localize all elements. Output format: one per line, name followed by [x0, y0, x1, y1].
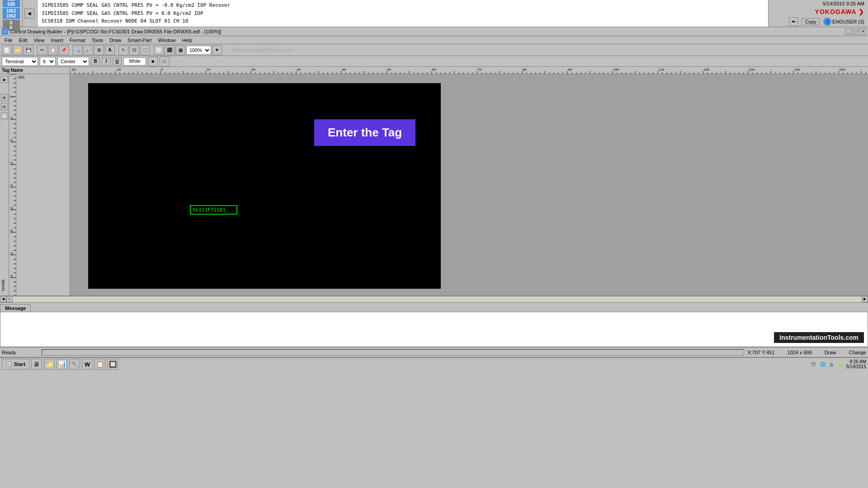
alarm-line-3: SCS0318 IOM Channel Recover NODE 04 SLOT…	[42, 17, 764, 25]
cut-button[interactable]: ✂	[37, 45, 47, 55]
format-toolbar: Terminal 6 Center B I U White ■ □	[0, 56, 868, 67]
taskbar-network-icon: 🌐	[819, 361, 826, 368]
menu-format[interactable]: Format	[67, 37, 88, 43]
window-controls: _ □ ✕	[845, 28, 866, 35]
taskbar-icon-tools[interactable]: 🔧	[69, 359, 80, 370]
yokogawa-brand: YOKOGAWA ❯	[815, 8, 864, 15]
taskbar-right: 🛡 🌐 🔊 🔋 9:26 AM 5/14/2015	[810, 359, 867, 369]
sidebar-icon-3[interactable]: ⊟	[1, 103, 8, 110]
align-select[interactable]: Center	[57, 57, 89, 66]
taskbar-icon-clipboard[interactable]: 📋	[94, 359, 105, 370]
start-button[interactable]: 🪟 Start	[2, 359, 29, 370]
enter-tag-button[interactable]: Enter the Tag	[314, 119, 415, 146]
vertical-ruler	[9, 74, 16, 296]
message-content: InstrumentationTools.com	[0, 312, 868, 347]
instrumentation-watermark: InstrumentationTools.com	[774, 332, 864, 343]
color-btn-1[interactable]: ■	[148, 56, 158, 66]
horizontal-scrollbar[interactable]: ◀ ▪ ▶	[0, 296, 868, 302]
zoom-dropdown-button[interactable]: ▼	[212, 45, 222, 55]
menu-bar: File Edit View Insert Format Tools Draw …	[0, 36, 868, 44]
tool2-button[interactable]: ⊡	[129, 45, 139, 55]
menu-help[interactable]: Help	[179, 37, 195, 43]
scroll-thumb[interactable]: ▪	[6, 296, 13, 302]
message-tab-item[interactable]: Message	[0, 304, 31, 312]
status-badge-2: 1062 1062	[3, 8, 20, 19]
toolbar-btn-b[interactable]: ⬛	[165, 45, 175, 55]
zoom-select[interactable]: 100% 75% 50% 150%	[186, 46, 211, 55]
taskbar-speaker-icon: 🔊	[828, 361, 835, 368]
menu-insert[interactable]: Insert	[48, 37, 66, 43]
minimize-button[interactable]: _	[845, 28, 852, 35]
taskbar-battery-icon: 🔋	[837, 361, 844, 368]
sidebar-icon-2[interactable]: ⊞	[1, 94, 8, 101]
sidebar-icon-4[interactable]: 📋	[1, 112, 8, 119]
top-bar: 938 938 1062 1062 0 0 ◀ 31PDI3505 COMP S…	[0, 0, 868, 27]
nav-arrow-icon[interactable]: ◀	[24, 9, 34, 19]
toolbar-btn-c[interactable]: ▦	[175, 45, 185, 55]
menu-tools[interactable]: Tools	[89, 37, 106, 43]
size-select[interactable]: 6	[40, 57, 56, 66]
tag-name-header: Tag Name	[0, 67, 70, 74]
tool3-button[interactable]: ⬚	[140, 45, 150, 55]
scroll-left-button[interactable]: ◀	[0, 296, 6, 302]
menu-edit[interactable]: Edit	[16, 37, 30, 43]
start-label: Start	[14, 361, 25, 367]
left-panel: ▶ ⊞ ⊟ 📋 NAME 001	[0, 74, 70, 296]
font-select[interactable]: Terminal	[2, 57, 38, 66]
nav-icon[interactable]: ⬅	[789, 17, 798, 26]
sidebar-icon-1[interactable]: ▶	[1, 76, 8, 83]
toolbar-btn-a[interactable]: ⬜	[154, 45, 164, 55]
taskbar-icon-monitor[interactable]: 🖥	[31, 359, 42, 370]
message-tabs: Message	[0, 303, 868, 312]
user-label: ENGUSER (3)	[832, 19, 864, 24]
taskbar-icon-box[interactable]: 🔲	[107, 359, 118, 370]
zoom-in-button[interactable]: 🔍	[72, 45, 82, 55]
status-ready: Ready	[2, 350, 38, 355]
menu-window[interactable]: Window	[155, 37, 178, 43]
paste-button[interactable]: 📌	[59, 45, 69, 55]
underline-button[interactable]: U	[113, 57, 122, 66]
taskbar-icon-folder[interactable]: 📁	[44, 359, 55, 370]
ruler-row: Tag Name	[0, 67, 868, 74]
open-button[interactable]: 📁	[13, 45, 23, 55]
taskbar-clock: 9:26 AM 5/14/2015	[846, 359, 867, 369]
message-panel: Message InstrumentationTools.com	[0, 302, 868, 347]
menu-file[interactable]: File	[2, 37, 15, 43]
copy-button[interactable]: Copy	[802, 18, 820, 25]
tool1-button[interactable]: ↖	[118, 45, 128, 55]
save-button[interactable]: 💾	[24, 45, 33, 55]
bold-button[interactable]: B	[91, 57, 100, 66]
copy-tool-button[interactable]: 📋	[48, 45, 58, 55]
datetime-display: 5/14/2015 9:26 AM	[823, 1, 864, 6]
taskbar-icon-word[interactable]: W	[82, 359, 93, 370]
user-avatar: 👤	[823, 18, 831, 26]
taskbar-icon-chart[interactable]: 📊	[57, 359, 67, 370]
scroll-right-button[interactable]: ▶	[862, 296, 868, 302]
menu-draw[interactable]: Draw	[107, 37, 124, 43]
drawing-canvas: Enter the Tag	[88, 83, 441, 289]
main-toolbar: 📄 📁 💾 ✂ 📋 📌 🔍 🔎 ⊞ A ↖ ⊡ ⬚ ⬜ ⬛ ▦ 100% 75%…	[0, 44, 868, 56]
toolbar-watermark: InstrumentationTools.com	[232, 47, 294, 53]
menu-smart-part[interactable]: Smart-Part	[125, 37, 154, 43]
main-area: ▶ ⊞ ⊟ 📋 NAME 001 Enter the Tag	[0, 74, 868, 296]
top-right-panel: 5/14/2015 9:26 AM YOKOGAWA ❯ ⬅ Copy 👤 EN…	[769, 0, 868, 27]
maximize-button[interactable]: □	[853, 28, 859, 35]
status-change: Change	[849, 350, 866, 355]
user-info: 👤 ENGUSER (3)	[823, 18, 864, 26]
color-btn-2[interactable]: □	[160, 56, 170, 66]
text-tool-button[interactable]: A	[105, 45, 115, 55]
menu-view[interactable]: View	[31, 37, 47, 43]
zoom-fit-button[interactable]: ⊞	[94, 45, 104, 55]
clock-date: 5/14/2015	[846, 364, 867, 369]
status-coordinates: X:707 Y:451	[748, 350, 775, 355]
italic-button[interactable]: I	[102, 57, 111, 66]
name-label: NAME	[1, 279, 5, 291]
zoom-out-button[interactable]: 🔎	[83, 45, 93, 55]
color-selector[interactable]: White	[123, 57, 146, 66]
taskbar-shield-icon: 🛡	[810, 361, 817, 368]
tag-input-field[interactable]	[190, 205, 237, 215]
status-draw: Draw	[825, 350, 836, 355]
close-button[interactable]: ✕	[860, 28, 866, 35]
canvas-area: Enter the Tag	[70, 74, 868, 296]
new-button[interactable]: 📄	[2, 45, 12, 55]
